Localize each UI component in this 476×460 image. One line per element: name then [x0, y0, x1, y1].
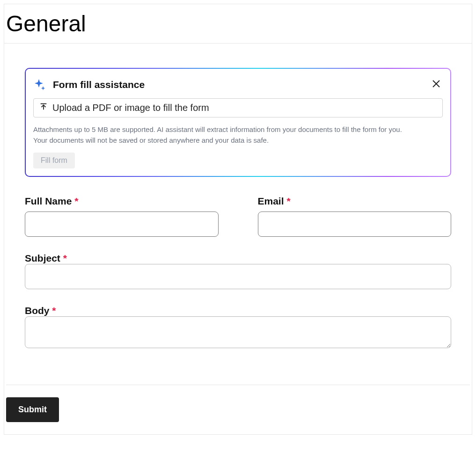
- full-name-label-text: Full Name: [25, 196, 72, 206]
- email-label-text: Email: [258, 196, 284, 206]
- submit-button[interactable]: Submit: [6, 397, 59, 422]
- fill-form-button[interactable]: Fill form: [33, 153, 75, 168]
- assistance-header: Form fill assistance: [33, 77, 443, 92]
- subject-label: Subject *: [25, 253, 67, 263]
- assistance-help-line1: Attachments up to 5 MB are supported. AI…: [33, 124, 443, 135]
- body-label-text: Body: [25, 305, 50, 316]
- email-input[interactable]: [258, 212, 452, 237]
- sparkle-icon: [33, 78, 46, 91]
- required-indicator: *: [286, 196, 290, 206]
- page-title: General: [6, 4, 470, 43]
- assistance-help-line2: Your documents will not be saved or stor…: [33, 135, 443, 146]
- close-assistance-button[interactable]: [430, 77, 443, 92]
- field-group-body: Body *: [25, 305, 451, 350]
- assistance-header-left: Form fill assistance: [33, 78, 145, 91]
- title-section: General: [4, 4, 472, 44]
- full-name-input[interactable]: [25, 212, 219, 237]
- full-name-label: Full Name *: [25, 196, 219, 207]
- field-group-email: Email *: [258, 196, 452, 237]
- required-indicator: *: [74, 196, 78, 206]
- assistance-help-text: Attachments up to 5 MB are supported. AI…: [33, 124, 443, 146]
- subject-label-text: Subject: [25, 253, 60, 263]
- content-area: Form fill assistance: [4, 44, 472, 385]
- upload-prompt-text: Upload a PDF or image to fill the form: [52, 102, 209, 113]
- subject-input[interactable]: [25, 264, 451, 289]
- assistance-title: Form fill assistance: [53, 79, 145, 90]
- upload-file-box[interactable]: Upload a PDF or image to fill the form: [33, 98, 443, 117]
- email-label: Email *: [258, 196, 452, 207]
- upload-icon: [39, 102, 48, 113]
- field-group-full-name: Full Name *: [25, 196, 219, 237]
- required-indicator: *: [63, 253, 67, 263]
- form-fill-assistance-panel: Form fill assistance: [25, 68, 451, 177]
- close-icon: [432, 79, 441, 90]
- form-page: General Form fill assistance: [4, 4, 472, 435]
- form-row-name-email: Full Name * Email *: [25, 196, 451, 237]
- body-label: Body *: [25, 305, 56, 316]
- required-indicator: *: [52, 305, 56, 316]
- form-footer: Submit: [6, 385, 470, 434]
- field-group-subject: Subject *: [25, 253, 451, 289]
- body-textarea[interactable]: [25, 316, 451, 348]
